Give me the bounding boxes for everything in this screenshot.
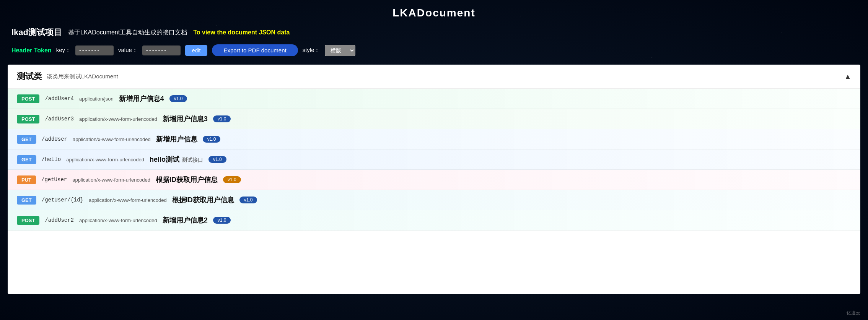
method-badge: GET bbox=[17, 196, 36, 205]
api-row[interactable]: POST/addUser3application/x-www-form-urle… bbox=[8, 109, 860, 129]
export-pdf-button[interactable]: Export to PDF document bbox=[212, 44, 298, 56]
version-badge: v1.0 bbox=[213, 217, 231, 224]
api-content-type: application/x-www-form-urlencoded bbox=[79, 218, 157, 223]
project-desc: 基于LKADocument工具自动生成的接口文档 bbox=[68, 29, 187, 37]
api-path: /getUser/{id} bbox=[42, 197, 83, 203]
token-row: Header Token key： value： edit Export to … bbox=[0, 41, 868, 61]
api-title-suffix: 测试接口 bbox=[182, 157, 203, 163]
edit-button[interactable]: edit bbox=[185, 45, 208, 56]
key-input[interactable] bbox=[75, 45, 114, 55]
category-left: 测试类 该类用来测试LKADocument bbox=[17, 71, 118, 82]
version-badge: v1.0 bbox=[169, 95, 187, 102]
api-row[interactable]: POST/addUser4application/json新增用户信息4v1.0 bbox=[8, 89, 860, 109]
version-badge: v1.0 bbox=[239, 197, 257, 203]
category-name: 测试类 bbox=[17, 71, 42, 82]
api-content-type: application/x-www-form-urlencoded bbox=[73, 136, 151, 142]
method-badge: POST bbox=[17, 216, 39, 225]
version-badge: v1.0 bbox=[208, 156, 226, 163]
method-badge: PUT bbox=[17, 175, 36, 184]
main-content: 测试类 该类用来测试LKADocument ▲ POST/addUser4app… bbox=[8, 65, 860, 294]
api-row[interactable]: GET/getUser/{id}application/x-www-form-u… bbox=[8, 190, 860, 210]
api-content-type: application/x-www-form-urlencoded bbox=[89, 197, 167, 203]
watermark: 亿速云 bbox=[847, 310, 860, 316]
value-input[interactable] bbox=[142, 45, 181, 55]
project-name: lkad测试项目 bbox=[11, 27, 62, 38]
method-badge: POST bbox=[17, 94, 39, 103]
api-title: 新增用户信息 bbox=[156, 135, 197, 144]
collapse-button[interactable]: ▲ bbox=[844, 73, 851, 81]
category-desc: 该类用来测试LKADocument bbox=[47, 73, 118, 80]
json-data-link[interactable]: To view the document JSON data bbox=[193, 29, 290, 36]
method-badge: GET bbox=[17, 135, 36, 144]
api-path: /addUser2 bbox=[45, 217, 74, 223]
version-badge: v1.0 bbox=[203, 136, 221, 143]
api-path: /addUser bbox=[42, 136, 67, 142]
method-badge: GET bbox=[17, 155, 36, 164]
page-header: LKADocument bbox=[0, 0, 868, 24]
api-row[interactable]: PUT/getUserapplication/x-www-form-urlenc… bbox=[8, 170, 860, 190]
method-badge: POST bbox=[17, 115, 39, 123]
api-path: /addUser4 bbox=[45, 96, 74, 102]
api-path: /getUser bbox=[41, 177, 67, 183]
api-title: hello测试测试接口 bbox=[150, 155, 203, 164]
api-title: 新增用户信息2 bbox=[163, 216, 208, 225]
api-row[interactable]: POST/addUser2application/x-www-form-urle… bbox=[8, 210, 860, 231]
api-path: /hello bbox=[42, 156, 61, 162]
api-row[interactable]: GET/addUserapplication/x-www-form-urlenc… bbox=[8, 129, 860, 149]
api-title: 新增用户信息4 bbox=[119, 94, 164, 103]
style-select[interactable]: 横版 bbox=[325, 45, 355, 56]
api-content-type: application/x-www-form-urlencoded bbox=[79, 116, 157, 122]
subtitle-row: lkad测试项目 基于LKADocument工具自动生成的接口文档 To vie… bbox=[0, 24, 868, 41]
app-title: LKADocument bbox=[15, 7, 853, 19]
api-title: 根据ID获取用户信息 bbox=[172, 195, 234, 205]
api-list: POST/addUser4application/json新增用户信息4v1.0… bbox=[8, 89, 860, 231]
value-label: value： bbox=[118, 47, 138, 54]
style-label: style： bbox=[303, 47, 320, 54]
api-path: /addUser3 bbox=[45, 116, 74, 122]
header-token-label: Header Token bbox=[11, 47, 52, 54]
key-label: key： bbox=[56, 47, 71, 54]
api-title: 新增用户信息3 bbox=[163, 114, 208, 123]
api-row[interactable]: GET/helloapplication/x-www-form-urlencod… bbox=[8, 149, 860, 170]
version-badge: v1.0 bbox=[213, 115, 231, 122]
category-header: 测试类 该类用来测试LKADocument ▲ bbox=[8, 65, 860, 89]
api-title: 根据ID获取用户信息 bbox=[156, 175, 218, 184]
version-badge: v1.0 bbox=[223, 176, 241, 183]
api-content-type: application/json bbox=[79, 96, 114, 102]
api-content-type: application/x-www-form-urlencoded bbox=[66, 157, 144, 162]
api-content-type: application/x-www-form-urlencoded bbox=[72, 177, 150, 183]
